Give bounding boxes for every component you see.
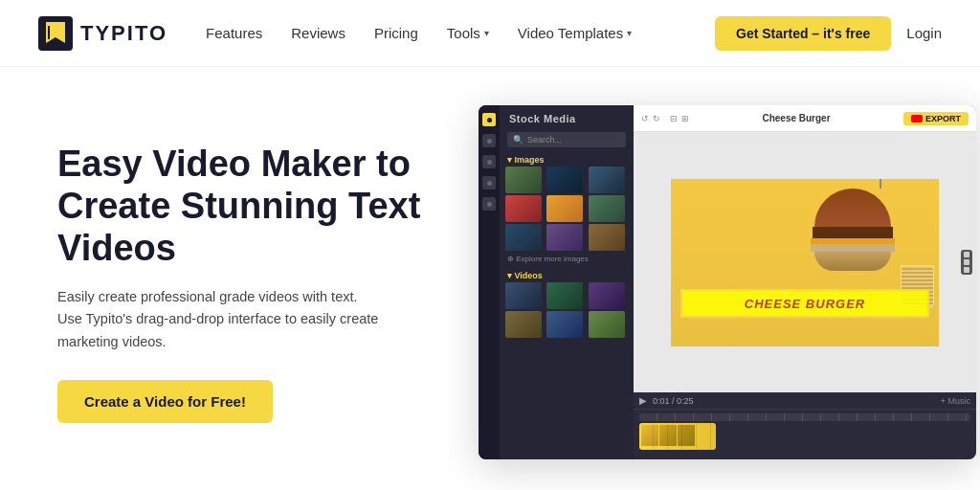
burger-bun-bottom (814, 252, 891, 271)
add-music-button[interactable]: + Music (941, 396, 970, 406)
logo-text: TYPITO (80, 21, 167, 46)
export-button[interactable]: EXPORT (903, 112, 969, 125)
hero-left: Easy Video Maker to Create Stunning Text… (57, 144, 440, 423)
sidebar-shapes-icon[interactable] (482, 155, 496, 168)
video-thumb-2[interactable] (546, 282, 583, 309)
images-section-label[interactable]: ▾ Images (500, 151, 634, 167)
stock-media-panel: Stock Media 🔍 Search... ▾ Images (500, 105, 634, 459)
track-thumbnails (641, 425, 695, 446)
image-thumb-8[interactable] (546, 224, 583, 251)
nav-features[interactable]: Features (206, 25, 262, 41)
video-thumb-1[interactable] (505, 282, 542, 309)
canvas-tool-1[interactable] (964, 252, 969, 257)
image-thumb-6[interactable] (589, 195, 625, 222)
explore-more-images[interactable]: ⊕ Explore more images (500, 251, 634, 267)
hero-title: Easy Video Maker to Create Stunning Text… (57, 144, 440, 269)
video-thumb-4[interactable] (505, 311, 542, 338)
image-thumb-9[interactable] (589, 224, 625, 251)
zoom-fit-icon[interactable]: ⊞ (681, 114, 689, 123)
sidebar-text-icon[interactable] (482, 134, 496, 147)
canvas-title: Cheese Burger (762, 113, 830, 123)
svg-rect-2 (48, 26, 50, 39)
burger-flag (880, 179, 881, 189)
video-thumb-5[interactable] (546, 311, 583, 338)
image-thumb-7[interactable] (505, 224, 542, 251)
canvas-panel: ↺ ↻ ⊟ ⊞ Cheese Burger EXPORT (634, 105, 976, 459)
text-overlay: CHEESE BURGER (745, 297, 865, 311)
tools-dropdown-arrow: ▾ (484, 28, 489, 38)
canvas-toolbar: ↺ ↻ ⊟ ⊞ Cheese Burger EXPORT (634, 105, 976, 132)
logo[interactable]: TYPITO (38, 16, 167, 51)
nav-video-templates[interactable]: Video Templates ▾ (518, 25, 632, 41)
image-thumb-2[interactable] (546, 167, 583, 193)
nav-links: Features Reviews Pricing Tools ▾ Video T… (206, 25, 715, 41)
burger-background (671, 179, 939, 346)
video-templates-dropdown-arrow: ▾ (627, 28, 632, 38)
image-thumb-3[interactable] (589, 167, 625, 193)
panel-title: Stock Media (500, 105, 634, 128)
timeline-controls: ▶ 0:01 / 0:25 + Music (634, 392, 976, 410)
timeline-track (634, 410, 976, 459)
track-ruler (639, 413, 970, 421)
images-grid (500, 167, 634, 251)
search-placeholder: Search... (527, 135, 562, 145)
video-thumb-6[interactable] (589, 311, 625, 338)
burger-bun-top (814, 189, 891, 227)
hero-description: Easily create professional grade videos … (57, 286, 383, 353)
image-thumb-4[interactable] (505, 195, 542, 222)
track-thumb-3 (678, 425, 695, 446)
text-overlay-bar[interactable]: CHEESE BURGER (680, 289, 929, 318)
track-thumb-2 (659, 425, 677, 446)
canvas-tool-2[interactable] (964, 259, 969, 265)
nav-pricing[interactable]: Pricing (374, 25, 418, 41)
burger-lettuce (811, 244, 895, 252)
nav-actions: Get Started – it's free Login (715, 16, 942, 51)
burger-patty (813, 227, 893, 238)
videos-grid (500, 282, 634, 338)
toolbar-left: ↺ ↻ ⊟ ⊞ (641, 114, 689, 123)
logo-icon (38, 16, 73, 51)
undo-icon[interactable]: ↺ (641, 114, 649, 123)
play-button[interactable]: ▶ (639, 395, 647, 406)
track-thumb-1 (641, 425, 658, 446)
sidebar-audio-icon[interactable] (482, 176, 496, 189)
image-thumb-5[interactable] (546, 195, 583, 222)
hero-cta-button[interactable]: Create a Video for Free! (57, 380, 273, 423)
timeline: ▶ 0:01 / 0:25 + Music (634, 392, 976, 459)
canvas-tool-3[interactable] (964, 267, 969, 273)
sidebar-icons (479, 105, 500, 459)
search-icon: 🔍 (513, 135, 523, 145)
hero-right: Stock Media 🔍 Search... ▾ Images (479, 96, 976, 471)
video-thumb-3[interactable] (589, 282, 625, 309)
timeline-time: 0:01 / 0:25 (653, 396, 694, 406)
canvas-tools-right (961, 250, 972, 275)
navigation: TYPITO Features Reviews Pricing Tools ▾ … (0, 0, 980, 67)
nav-reviews[interactable]: Reviews (291, 25, 345, 41)
get-started-button[interactable]: Get Started – it's free (715, 16, 891, 51)
hero-section: Easy Video Maker to Create Stunning Text… (0, 67, 980, 490)
canvas-content: CHEESE BURGER (671, 179, 939, 346)
videos-section-label[interactable]: ▾ Videos (500, 267, 634, 282)
nav-tools[interactable]: Tools ▾ (447, 25, 489, 41)
burger-visual (795, 189, 910, 294)
app-mockup: Stock Media 🔍 Search... ▾ Images (479, 105, 976, 459)
image-thumb-1[interactable] (505, 167, 542, 193)
login-button[interactable]: Login (906, 25, 942, 41)
zoom-icon[interactable]: ⊟ (670, 114, 678, 123)
panel-search[interactable]: 🔍 Search... (507, 132, 626, 147)
redo-icon[interactable]: ↻ (653, 114, 660, 123)
sidebar-media-icon[interactable] (482, 113, 496, 126)
track-clip[interactable] (639, 423, 716, 450)
youtube-icon (911, 115, 923, 122)
sidebar-settings-icon[interactable] (482, 197, 496, 211)
canvas-area[interactable]: CHEESE BURGER (634, 132, 976, 392)
